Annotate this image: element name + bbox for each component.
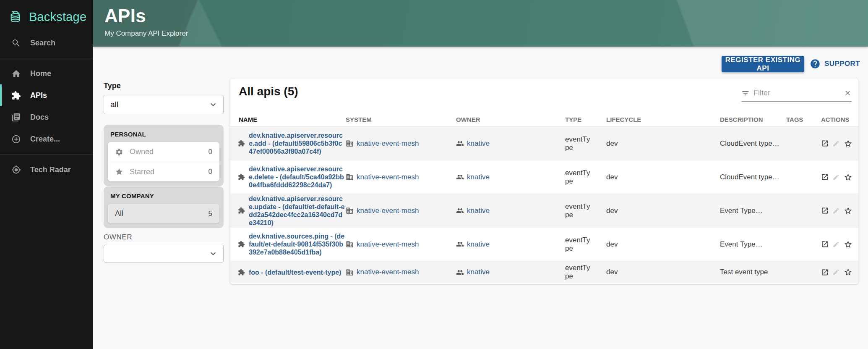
description-cell: CloudEvent type…: [720, 173, 786, 181]
owner-cell: knative: [456, 207, 565, 215]
edit-icon[interactable]: [832, 207, 840, 215]
owner-link[interactable]: knative: [467, 173, 490, 181]
name-cell: dev.knative.apiserver.resource.delete - …: [230, 165, 346, 189]
star-icon: [115, 168, 123, 176]
filter-icon: [741, 89, 750, 97]
owner-link[interactable]: knative: [467, 268, 490, 276]
system-link[interactable]: knative-event-mesh: [357, 173, 419, 181]
api-name-link[interactable]: dev.knative.apiserver.resource.add - (de…: [249, 131, 346, 155]
sidebar-item-apis[interactable]: APIs: [0, 84, 93, 106]
lifecycle-cell: dev: [606, 207, 720, 215]
open-in-new-icon[interactable]: [821, 240, 829, 249]
radar-icon: [11, 165, 21, 175]
type-cell: eventType: [565, 135, 606, 152]
description-cell: Test event type: [720, 268, 786, 276]
sidebar-item-label: Search: [30, 39, 55, 47]
api-name-link[interactable]: dev.knative.apiserver.resource.update - …: [249, 195, 346, 227]
star-outline-icon[interactable]: [844, 267, 852, 277]
owner-link[interactable]: knative: [467, 240, 490, 249]
owner-link[interactable]: knative: [467, 207, 490, 215]
sidebar-item-search[interactable]: Search: [0, 32, 93, 54]
system-link[interactable]: knative-event-mesh: [357, 268, 419, 276]
support-button[interactable]: SUPPORT: [810, 58, 860, 69]
owned-count: 0: [209, 148, 212, 156]
sidebar-item-label: Docs: [30, 113, 49, 122]
filter-item-all[interactable]: All 5: [108, 204, 219, 223]
edit-icon[interactable]: [832, 173, 840, 181]
type-select[interactable]: all: [104, 95, 224, 114]
filter-item-starred[interactable]: Starred 0: [108, 162, 219, 181]
table-row: dev.knative.apiserver.resource.delete - …: [230, 160, 858, 194]
group-icon: [456, 240, 464, 248]
type-cell: eventType: [565, 236, 606, 253]
sidebar-item-label: Tech Radar: [30, 165, 71, 174]
clear-filter-icon[interactable]: [844, 89, 852, 97]
system-icon: [346, 240, 354, 248]
system-icon: [346, 173, 354, 181]
open-in-new-icon[interactable]: [821, 139, 829, 148]
table-body: dev.knative.apiserver.resource.add - (de…: [230, 127, 858, 283]
support-label: SUPPORT: [824, 60, 860, 68]
sidebar: Backstage Search Home APIs Docs Create..…: [0, 0, 93, 349]
lifecycle-cell: dev: [606, 139, 720, 148]
system-link[interactable]: knative-event-mesh: [357, 207, 419, 215]
puzzle-icon: [11, 91, 21, 100]
personal-filter-panel: PERSONAL Owned 0 Starred 0: [104, 125, 224, 186]
star-outline-icon[interactable]: [844, 172, 852, 182]
system-icon: [346, 268, 354, 276]
column-header-system[interactable]: SYSTEM: [346, 116, 456, 123]
name-cell: dev.knative.apiserver.resource.add - (de…: [230, 131, 346, 155]
column-header-description[interactable]: DESCRIPTION: [720, 116, 786, 123]
table-header-row: NAME SYSTEM OWNER TYPE LIFECYCLE DESCRIP…: [230, 113, 858, 127]
sidebar-divider: [0, 154, 93, 155]
sidebar-item-create[interactable]: Create...: [0, 128, 93, 150]
system-link[interactable]: knative-event-mesh: [357, 240, 419, 249]
star-outline-icon[interactable]: [844, 139, 852, 149]
sidebar-item-label: Create...: [30, 135, 60, 144]
actions-cell: [821, 239, 858, 249]
api-name-link[interactable]: dev.knative.apiserver.resource.delete - …: [249, 165, 346, 189]
system-link[interactable]: knative-event-mesh: [357, 139, 419, 148]
logo-wordmark: Backstage: [29, 10, 86, 24]
system-cell: knative-event-mesh: [346, 139, 456, 148]
search-icon: [11, 38, 21, 48]
lifecycle-cell: dev: [606, 240, 720, 249]
actions-cell: [821, 267, 858, 277]
api-table-card: All apis (5) NAME SYSTEM OWNER TYPE LIFE…: [230, 79, 858, 284]
edit-icon[interactable]: [832, 268, 840, 276]
open-in-new-icon[interactable]: [821, 268, 829, 277]
sidebar-item-tech-radar[interactable]: Tech Radar: [0, 159, 93, 181]
edit-icon[interactable]: [832, 240, 840, 249]
edit-icon[interactable]: [832, 139, 840, 148]
star-outline-icon[interactable]: [844, 206, 852, 216]
api-kind-icon: [238, 207, 245, 214]
sidebar-item-home[interactable]: Home: [0, 63, 93, 84]
owner-cell: knative: [456, 139, 565, 148]
api-name-link[interactable]: dev.knative.sources.ping - (default/et-d…: [249, 232, 346, 256]
star-outline-icon[interactable]: [844, 239, 852, 249]
table-title: All apis (5): [239, 85, 298, 98]
owner-link[interactable]: knative: [467, 139, 490, 148]
owner-cell: knative: [456, 240, 565, 249]
gear-icon: [115, 148, 123, 156]
column-header-owner[interactable]: OWNER: [456, 116, 565, 123]
open-in-new-icon[interactable]: [821, 206, 829, 215]
register-existing-api-button[interactable]: REGISTER EXISTING API: [722, 56, 804, 72]
owner-select[interactable]: [104, 245, 224, 262]
column-header-name[interactable]: NAME: [230, 116, 346, 123]
column-header-tags[interactable]: TAGS: [786, 116, 821, 123]
open-in-new-icon[interactable]: [821, 173, 829, 181]
sidebar-item-docs[interactable]: Docs: [0, 106, 93, 128]
column-header-actions: ACTIONS: [821, 116, 858, 123]
column-header-type[interactable]: TYPE: [565, 116, 606, 123]
backstage-logo[interactable]: Backstage: [0, 0, 93, 32]
name-cell: dev.knative.apiserver.resource.update - …: [230, 195, 346, 227]
sidebar-divider: [0, 58, 93, 58]
api-kind-icon: [238, 241, 245, 248]
column-header-lifecycle[interactable]: LIFECYCLE: [606, 116, 720, 123]
table-filter-input[interactable]: [753, 89, 840, 97]
owned-label: Owned: [130, 147, 154, 156]
api-kind-icon: [238, 140, 245, 147]
filter-item-owned[interactable]: Owned 0: [108, 142, 219, 162]
api-name-link[interactable]: foo - (default/test-event-type): [249, 268, 341, 276]
